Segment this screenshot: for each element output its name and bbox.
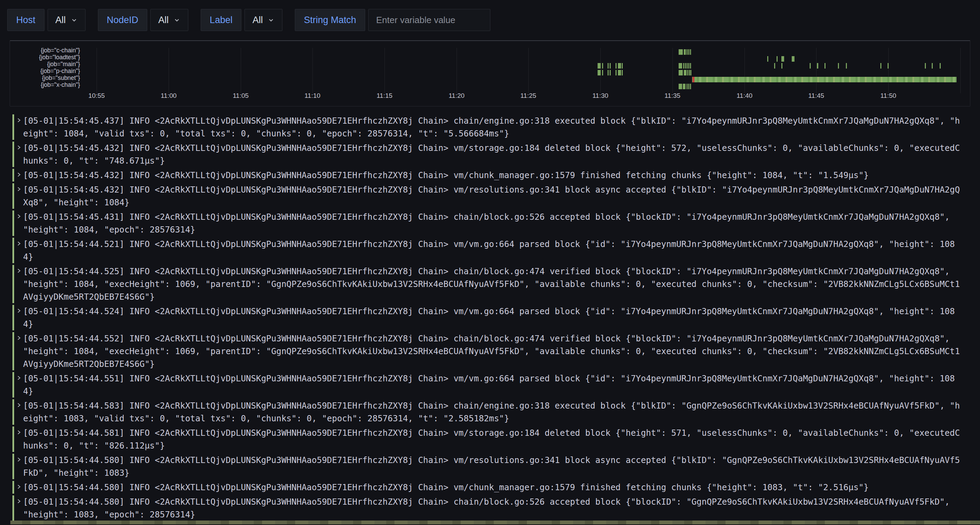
timeline-band-red-mark: [692, 77, 694, 82]
timeline-mark: [689, 70, 690, 75]
timeline-mark: [781, 56, 784, 62]
timeline-mark: [688, 84, 689, 89]
log-line-text: [05-01|15:54:45.432] INFO <2AcRkXTLLtQjv…: [23, 141, 964, 167]
log-row[interactable]: [05-01|15:54:44.580] INFO <2AcRkXTLLtQjv…: [13, 454, 964, 479]
expand-chevron-icon[interactable]: [16, 430, 22, 436]
timeline-mark: [602, 70, 603, 75]
grafana-logs-dashboard: { "toolbar": { "variables": [ { "label":…: [0, 0, 980, 525]
timeline-mark: [616, 63, 617, 68]
x-tick-label: 11:00: [153, 92, 184, 100]
log-line-text: [05-01|15:54:44.551] INFO <2AcRkXTLLtQjv…: [23, 372, 964, 398]
log-row[interactable]: [05-01|15:54:45.432] INFO <2AcRkXTLLtQjv…: [13, 141, 964, 167]
expand-chevron-icon[interactable]: [16, 308, 22, 315]
log-row[interactable]: [05-01|15:54:45.432] INFO <2AcRkXTLLtQjv…: [13, 169, 964, 182]
x-gridline: [816, 48, 816, 94]
timeline-mark: [608, 63, 609, 68]
log-line-text: [05-01|15:54:45.432] INFO <2AcRkXTLLtQjv…: [23, 169, 964, 182]
log-row[interactable]: [05-01|15:54:45.437] INFO <2AcRkXTLLtQjv…: [13, 114, 964, 140]
timeline-mark: [932, 63, 933, 68]
timeline-mark: [688, 63, 689, 68]
x-gridline: [169, 48, 169, 94]
timeline-mark: [598, 70, 601, 75]
log-row[interactable]: [05-01|15:54:44.552] INFO <2AcRkXTLLtQjv…: [13, 332, 964, 370]
legend-item[interactable]: {job="main"}: [6, 60, 80, 68]
host-variable-label: Host: [7, 9, 45, 31]
x-tick-label: 11:40: [729, 92, 760, 100]
horizontal-scrollbar[interactable]: [10, 520, 980, 524]
timeline-mark: [880, 63, 881, 68]
host-variable-dropdown[interactable]: All: [48, 9, 86, 31]
x-gridline: [745, 48, 745, 94]
legend-item[interactable]: {job="loadtest"}: [6, 54, 80, 60]
host-variable-value: All: [56, 15, 66, 25]
log-line-text: [05-01|15:54:44.580] INFO <2AcRkXTLLtQjv…: [23, 454, 964, 479]
expand-chevron-icon[interactable]: [16, 498, 22, 505]
timeline-mark: [679, 70, 683, 75]
x-gridline: [241, 48, 241, 94]
x-gridline: [888, 48, 889, 94]
x-gridline: [672, 48, 673, 94]
expand-chevron-icon[interactable]: [16, 484, 22, 491]
log-row[interactable]: [05-01|15:54:45.431] INFO <2AcRkXTLLtQjv…: [13, 211, 964, 236]
string-match-input[interactable]: [368, 9, 490, 31]
log-row[interactable]: [05-01|15:54:44.581] INFO <2AcRkXTLLtQjv…: [13, 427, 964, 452]
expand-chevron-icon[interactable]: [16, 268, 22, 275]
log-volume-panel[interactable]: {job="c-chain"}{job="loadtest"}{job="mai…: [0, 40, 980, 108]
variable-group-label: Label All: [201, 9, 282, 31]
timeline-mark: [688, 49, 689, 55]
x-tick-label: 11:35: [657, 92, 688, 100]
expand-chevron-icon[interactable]: [16, 145, 22, 152]
expand-chevron-icon[interactable]: [16, 241, 22, 248]
timeline-mark: [687, 49, 687, 55]
expand-chevron-icon[interactable]: [16, 457, 22, 464]
log-row[interactable]: [05-01|15:54:44.551] INFO <2AcRkXTLLtQjv…: [13, 372, 964, 398]
log-row[interactable]: [05-01|15:54:44.524] INFO <2AcRkXTLLtQjv…: [13, 305, 964, 330]
log-row[interactable]: [05-01|15:54:44.521] INFO <2AcRkXTLLtQjv…: [13, 238, 964, 263]
x-tick-label: 11:20: [441, 92, 472, 100]
log-line-text: [05-01|15:54:44.552] INFO <2AcRkXTLLtQjv…: [23, 332, 964, 370]
expand-chevron-icon[interactable]: [16, 117, 22, 124]
nodeid-variable-dropdown[interactable]: All: [150, 9, 188, 31]
timeline-mark: [684, 49, 686, 55]
timeline-mark: [616, 70, 617, 75]
legend-item[interactable]: {job="c-chain"}: [6, 47, 80, 54]
timeline-mark: [824, 63, 826, 68]
log-row[interactable]: [05-01|15:54:44.580] INFO <2AcRkXTLLtQjv…: [13, 481, 964, 494]
log-line-text: [05-01|15:54:44.580] INFO <2AcRkXTLLtQjv…: [23, 495, 964, 521]
expand-chevron-icon[interactable]: [16, 172, 22, 179]
expand-chevron-icon[interactable]: [16, 335, 22, 342]
expand-chevron-icon[interactable]: [16, 186, 22, 193]
x-gridline: [385, 48, 385, 94]
expand-chevron-icon[interactable]: [16, 375, 22, 382]
timeline-mark: [690, 70, 691, 75]
chevron-down-icon: [71, 16, 78, 24]
log-row[interactable]: [05-01|15:54:45.432] INFO <2AcRkXTLLtQjv…: [13, 183, 964, 209]
timeline-mark: [618, 70, 621, 75]
x-tick-label: 11:30: [585, 92, 616, 100]
log-line-text: [05-01|15:54:44.524] INFO <2AcRkXTLLtQjv…: [23, 305, 964, 330]
timeline-mark: [940, 63, 941, 68]
log-row[interactable]: [05-01|15:54:44.583] INFO <2AcRkXTLLtQjv…: [13, 399, 964, 425]
x-tick-label: 10:55: [81, 92, 112, 100]
variable-bar: Host All NodeID All Label All: [0, 0, 980, 40]
label-variable-dropdown[interactable]: All: [245, 9, 282, 31]
timeline-mark: [792, 56, 794, 62]
timeline-mark: [608, 70, 609, 75]
log-line-text: [05-01|15:54:44.525] INFO <2AcRkXTLLtQjv…: [23, 265, 964, 303]
log-row[interactable]: [05-01|15:54:44.525] INFO <2AcRkXTLLtQjv…: [13, 265, 964, 303]
timeline-mark: [690, 63, 691, 68]
expand-chevron-icon[interactable]: [16, 214, 22, 220]
timeline-mark: [687, 63, 687, 68]
legend-item[interactable]: {job="x-chain"}: [6, 81, 80, 88]
x-gridline: [312, 48, 313, 94]
legend-item[interactable]: {job="subnet"}: [6, 75, 80, 81]
timeline-mark: [690, 49, 691, 55]
expand-chevron-icon[interactable]: [16, 402, 22, 409]
timeline-mark: [838, 63, 839, 68]
log-row[interactable]: [05-01|15:54:44.580] INFO <2AcRkXTLLtQjv…: [13, 495, 964, 521]
legend-item[interactable]: {job="p-chain"}: [6, 68, 80, 75]
x-gridline: [97, 48, 97, 94]
timeline-mark: [683, 63, 684, 68]
x-tick-label: 11:45: [801, 92, 832, 100]
timeline-mark: [598, 63, 601, 68]
